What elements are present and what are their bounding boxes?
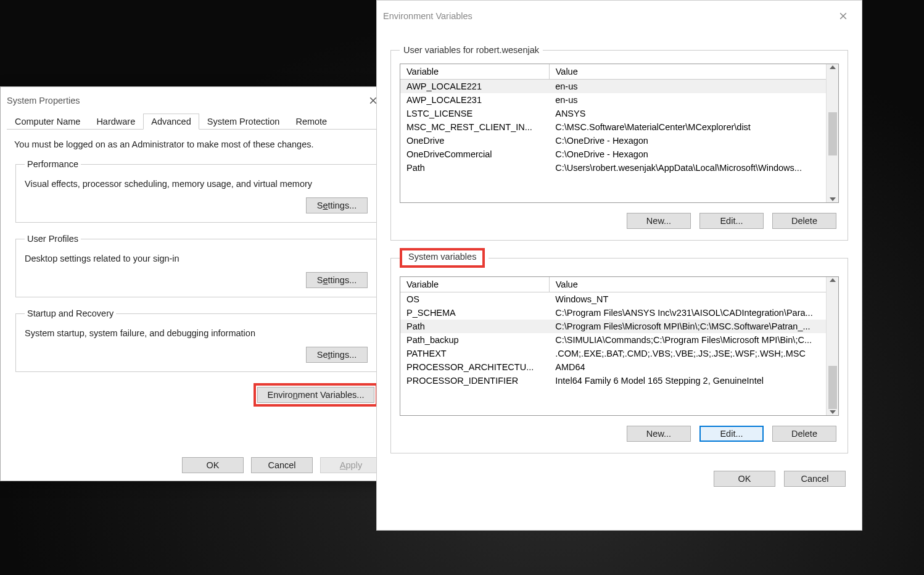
cell-value[interactable]: Intel64 Family 6 Model 165 Stepping 2, G… [549, 374, 838, 387]
environment-variables-button[interactable]: Environment Variables... [257, 387, 374, 403]
user-profiles-legend: User Profiles [25, 234, 81, 244]
system-properties-window: System Properties Computer Name Hardware… [0, 86, 392, 481]
cell-value[interactable]: Windows_NT [549, 292, 838, 307]
startup-recovery-settings-button[interactable]: Settings... [306, 347, 368, 363]
col-variable[interactable]: Variable [400, 64, 549, 80]
cell-variable[interactable]: Path_backup [400, 333, 549, 347]
environment-variables-window: Environment Variables User variables for… [376, 0, 862, 531]
table-row[interactable]: PathC:\Program Files\Microsoft MPI\Bin\;… [400, 320, 838, 333]
cell-value[interactable]: C:\OneDrive - Hexagon [549, 134, 838, 147]
close-icon[interactable] [831, 7, 856, 25]
user-profiles-desc: Desktop settings related to your sign-in [25, 254, 368, 263]
table-row[interactable]: MSC_MC_REST_CLIENT_IN...C:\MSC.Software\… [400, 120, 838, 134]
cell-variable[interactable]: AWP_LOCALE231 [400, 93, 549, 107]
sys-new-button[interactable]: New... [627, 426, 691, 442]
user-variables-group: User variables for robert.wesenjak Varia… [390, 45, 848, 241]
performance-group: Performance Visual effects, processor sc… [15, 159, 377, 223]
tab-body: You must be logged on as an Administrato… [1, 130, 392, 419]
user-profiles-settings-button[interactable]: Settings... [306, 272, 368, 288]
cancel-button[interactable]: Cancel [251, 457, 313, 473]
table-row[interactable]: PATHEXT.COM;.EXE;.BAT;.CMD;.VBS;.VBE;.JS… [400, 347, 838, 360]
user-variables-table[interactable]: Variable Value AWP_LOCALE221en-usAWP_LOC… [400, 64, 838, 175]
scroll-down-icon[interactable] [830, 410, 836, 414]
col-value[interactable]: Value [549, 277, 838, 292]
scrollbar-vertical[interactable] [826, 64, 838, 202]
cell-value[interactable]: en-us [549, 93, 838, 107]
system-variables-highlight: System variables [400, 248, 485, 268]
tab-computer-name[interactable]: Computer Name [7, 114, 88, 130]
cell-variable[interactable]: OneDrive [400, 134, 549, 147]
tab-hardware[interactable]: Hardware [88, 114, 143, 130]
cell-variable[interactable]: OS [400, 292, 549, 307]
admin-note: You must be logged on as an Administrato… [14, 139, 378, 149]
table-row[interactable]: OneDriveC:\OneDrive - Hexagon [400, 134, 838, 147]
env-title: Environment Variables [383, 11, 472, 21]
tab-remote[interactable]: Remote [287, 114, 335, 130]
cell-value[interactable]: .COM;.EXE;.BAT;.CMD;.VBS;.VBE;.JS;.JSE;.… [549, 347, 838, 360]
cell-variable[interactable]: MSC_MC_REST_CLIENT_IN... [400, 120, 549, 134]
tab-advanced[interactable]: Advanced [143, 114, 199, 130]
table-row[interactable]: AWP_LOCALE231en-us [400, 93, 838, 107]
scroll-thumb[interactable] [828, 366, 837, 409]
env-footer: OK Cancel [377, 471, 846, 487]
user-new-button[interactable]: New... [627, 213, 691, 229]
cell-value[interactable]: ANSYS [549, 107, 838, 120]
env-ok-button[interactable]: OK [714, 471, 775, 487]
table-row[interactable]: OneDriveCommercialC:\OneDrive - Hexagon [400, 147, 838, 161]
sys-edit-button[interactable]: Edit... [699, 426, 764, 442]
cell-variable[interactable]: PATHEXT [400, 347, 549, 360]
cell-value[interactable]: C:\Program Files\Microsoft MPI\Bin\;C:\M… [549, 320, 838, 333]
cell-value[interactable]: en-us [549, 80, 838, 94]
tab-system-protection[interactable]: System Protection [199, 114, 288, 130]
scroll-thumb[interactable] [828, 112, 837, 155]
performance-desc: Visual effects, processor scheduling, me… [25, 179, 368, 189]
cell-variable[interactable]: P_SCHEMA [400, 306, 549, 320]
table-row[interactable]: PROCESSOR_IDENTIFIERIntel64 Family 6 Mod… [400, 374, 838, 387]
system-variables-table[interactable]: Variable Value OSWindows_NTP_SCHEMAC:\Pr… [400, 277, 838, 387]
performance-legend: Performance [25, 159, 81, 169]
cell-value[interactable]: C:\Program Files\ANSYS Inc\v231\AISOL\CA… [549, 306, 838, 320]
table-row[interactable]: Path_backupC:\SIMULIA\Commands;C:\Progra… [400, 333, 838, 347]
table-row[interactable]: PathC:\Users\robert.wesenjak\AppData\Loc… [400, 161, 838, 175]
cell-value[interactable]: C:\MSC.Software\MaterialCenter\MCexplore… [549, 120, 838, 134]
col-variable[interactable]: Variable [400, 277, 549, 292]
sysprops-title: System Properties [7, 96, 80, 105]
performance-settings-button[interactable]: Settings... [306, 197, 368, 213]
table-row[interactable]: OSWindows_NT [400, 292, 838, 307]
sysprops-tabs: Computer Name Hardware Advanced System P… [7, 113, 386, 130]
table-row[interactable]: LSTC_LICENSEANSYS [400, 107, 838, 120]
user-delete-button[interactable]: Delete [772, 213, 836, 229]
sys-delete-button[interactable]: Delete [772, 426, 836, 442]
system-variables-legend-text: System variables [408, 252, 476, 262]
system-variables-group: System variables Variable Value OSWindow… [390, 248, 848, 453]
system-variables-legend: System variables [400, 248, 489, 268]
scroll-up-icon[interactable] [830, 65, 836, 69]
table-row[interactable]: AWP_LOCALE221en-us [400, 80, 838, 94]
cell-value[interactable]: AMD64 [549, 360, 838, 374]
user-edit-button[interactable]: Edit... [699, 213, 764, 229]
cell-value[interactable]: C:\OneDrive - Hexagon [549, 147, 838, 161]
cell-variable[interactable]: Path [400, 161, 549, 175]
cell-value[interactable]: C:\Users\robert.wesenjak\AppData\Local\M… [549, 161, 838, 175]
table-row[interactable]: PROCESSOR_ARCHITECTU...AMD64 [400, 360, 838, 374]
system-variables-table-container: Variable Value OSWindows_NTP_SCHEMAC:\Pr… [400, 276, 839, 416]
cell-value[interactable]: C:\SIMULIA\Commands;C:\Program Files\Mic… [549, 333, 838, 347]
env-vars-highlight: Environment Variables... [254, 383, 378, 407]
apply-button: Apply [320, 457, 382, 473]
scroll-down-icon[interactable] [830, 197, 836, 201]
user-variables-legend: User variables for robert.wesenjak [400, 45, 543, 55]
env-cancel-button[interactable]: Cancel [784, 471, 846, 487]
cell-variable[interactable]: OneDriveCommercial [400, 147, 549, 161]
sysprops-footer: OK Cancel Apply [182, 457, 382, 473]
ok-button[interactable]: OK [182, 457, 244, 473]
cell-variable[interactable]: LSTC_LICENSE [400, 107, 549, 120]
cell-variable[interactable]: PROCESSOR_ARCHITECTU... [400, 360, 549, 374]
scrollbar-vertical[interactable] [826, 277, 838, 415]
scroll-up-icon[interactable] [830, 278, 836, 282]
user-profiles-group: User Profiles Desktop settings related t… [15, 234, 377, 297]
col-value[interactable]: Value [549, 64, 838, 80]
table-row[interactable]: P_SCHEMAC:\Program Files\ANSYS Inc\v231\… [400, 306, 838, 320]
cell-variable[interactable]: Path [400, 320, 549, 333]
cell-variable[interactable]: PROCESSOR_IDENTIFIER [400, 374, 549, 387]
cell-variable[interactable]: AWP_LOCALE221 [400, 80, 549, 94]
